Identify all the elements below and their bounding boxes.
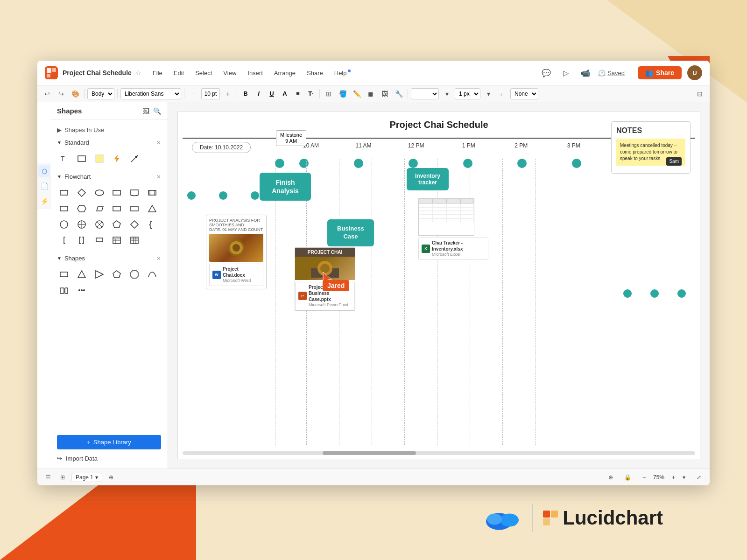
bold-button[interactable]: B — [240, 88, 251, 99]
add-page-button[interactable]: ⊕ — [106, 473, 116, 482]
fc-oval[interactable] — [92, 186, 106, 200]
line-width-btn2[interactable]: ▾ — [482, 88, 494, 100]
sh-oct[interactable] — [127, 267, 141, 281]
fc-pent[interactable] — [110, 217, 124, 231]
fc-rect3[interactable] — [57, 202, 71, 216]
connection-select[interactable]: None — [510, 88, 538, 99]
saved-status[interactable]: 🕐 Saved — [598, 70, 625, 77]
flowchart-section-close[interactable]: ✕ — [156, 174, 161, 180]
fc-bracket[interactable] — [57, 233, 71, 247]
insert-table-button[interactable]: ⊞ — [323, 88, 335, 100]
style-select[interactable]: Body — [87, 88, 114, 99]
user-avatar[interactable]: U — [687, 65, 702, 80]
layers-button[interactable]: ⊕ — [606, 473, 616, 482]
line-color-button[interactable]: ✏️ — [351, 88, 363, 100]
font-size-decrease-button[interactable]: − — [187, 88, 199, 100]
scrollbar-thumb[interactable] — [323, 451, 416, 455]
italic-button[interactable]: I — [253, 88, 264, 99]
zoom-in-button[interactable]: + — [669, 473, 678, 482]
redo-button[interactable]: ↪ — [55, 88, 67, 100]
align-button[interactable]: ≡ — [292, 88, 303, 99]
undo-button[interactable]: ↩ — [41, 88, 53, 100]
zoom-dropdown-button[interactable]: ▾ — [680, 473, 688, 482]
line-width-select[interactable]: 1 px — [455, 88, 480, 99]
fc-rect4[interactable] — [110, 202, 124, 216]
business-case-card[interactable]: Business Case — [327, 219, 374, 246]
image-button[interactable]: 🖼 — [379, 88, 391, 100]
sh-rect[interactable] — [57, 267, 71, 281]
fc-diaArrow[interactable] — [127, 217, 141, 231]
shapes-section-close[interactable]: ✕ — [156, 255, 161, 262]
menu-share[interactable]: Share — [305, 69, 325, 77]
rectangle-shape[interactable] — [75, 152, 89, 166]
line-style-select[interactable]: —— — [411, 88, 439, 99]
sh-tri[interactable] — [75, 267, 89, 281]
sticky-shape[interactable] — [92, 152, 106, 166]
lightning-shape[interactable] — [110, 152, 124, 166]
fc-plus[interactable] — [75, 217, 89, 231]
sidebar-page-icon[interactable]: 📄 — [38, 180, 50, 192]
underline-button[interactable]: U — [266, 88, 277, 99]
shape-library-button[interactable]: + Shape Library — [57, 435, 161, 449]
sh-arc[interactable] — [145, 267, 159, 281]
fc-brace[interactable] — [145, 217, 159, 231]
shadow-button[interactable]: ◼ — [365, 88, 377, 100]
arrow-shape[interactable] — [127, 152, 141, 166]
tools-button[interactable]: 🔧 — [393, 88, 405, 100]
list-view-button[interactable]: ☰ — [43, 473, 54, 482]
comment-icon[interactable]: 💬 — [539, 66, 553, 80]
grid-view-button[interactable]: ⊞ — [57, 473, 68, 482]
fc-para[interactable] — [92, 202, 106, 216]
fc-triangle[interactable] — [145, 202, 159, 216]
fc-rect5[interactable] — [127, 202, 141, 216]
fc-rect[interactable] — [57, 186, 71, 200]
fc-table[interactable] — [110, 233, 124, 247]
sh-cust[interactable] — [57, 283, 71, 297]
sh-pent[interactable] — [110, 267, 124, 281]
standard-section-header[interactable]: ▼ Standard ✕ — [50, 136, 168, 149]
finish-analysis-card[interactable]: Finish Analysis — [260, 173, 311, 201]
text-shape[interactable]: T — [57, 152, 71, 166]
fc-diamond[interactable] — [75, 186, 89, 200]
fc-hex[interactable] — [75, 202, 89, 216]
fc-rect2[interactable] — [110, 186, 124, 200]
fit-page-button[interactable]: ⤢ — [694, 473, 704, 482]
page-1-tab[interactable]: Page 1 ▾ — [71, 473, 102, 482]
text-style-button[interactable]: T· — [305, 88, 317, 99]
menu-edit[interactable]: Edit — [172, 69, 186, 77]
fc-bracket2[interactable] — [75, 233, 89, 247]
fc-x[interactable] — [92, 217, 106, 231]
shapes-section-header[interactable]: ▼ Shapes ✕ — [50, 252, 168, 265]
fc-doc[interactable] — [127, 186, 141, 200]
lock-button[interactable]: 🔒 — [621, 473, 634, 482]
menu-file[interactable]: File — [151, 69, 164, 77]
corner-button[interactable]: ⌐ — [496, 88, 508, 100]
fc-circle[interactable] — [57, 217, 71, 231]
format-paint-button[interactable]: 🎨 — [69, 88, 81, 100]
font-select[interactable]: Liberation Sans — [120, 88, 181, 99]
fc-text2[interactable] — [92, 233, 106, 247]
panel-toggle-button[interactable]: ⊟ — [694, 88, 706, 100]
horizontal-scrollbar[interactable] — [183, 451, 695, 455]
sidebar-data-icon[interactable]: ⚡ — [38, 195, 50, 207]
video-icon[interactable]: 📹 — [578, 66, 592, 80]
sh-dots[interactable] — [75, 283, 89, 297]
favorite-icon[interactable]: ☆ — [135, 69, 141, 77]
shapes-in-use-section[interactable]: ▶ Shapes In Use — [50, 124, 168, 136]
menu-insert[interactable]: Insert — [246, 69, 265, 77]
import-data-button[interactable]: ↪ Import Data — [57, 453, 161, 464]
share-button[interactable]: 👥 Share — [638, 66, 682, 79]
line-width-button[interactable]: ▾ — [441, 88, 453, 100]
canvas-background[interactable]: Project Chai Schedule Date: 10.10.2022 M… — [177, 112, 700, 459]
font-color-button[interactable]: A — [279, 88, 290, 99]
menu-select[interactable]: Select — [193, 69, 214, 77]
present-icon[interactable]: ▷ — [559, 66, 573, 80]
inventory-tracker-card[interactable]: Inventory tracker — [407, 168, 449, 190]
sidebar-image-icon[interactable]: 🖼 — [143, 107, 149, 115]
menu-help[interactable]: Help — [332, 69, 352, 77]
fill-color-button[interactable]: 🪣 — [337, 88, 349, 100]
zoom-out-button[interactable]: − — [640, 473, 648, 482]
font-size-input[interactable] — [201, 88, 220, 99]
menu-arrange[interactable]: Arrange — [272, 69, 297, 77]
font-size-increase-button[interactable]: + — [222, 88, 234, 100]
